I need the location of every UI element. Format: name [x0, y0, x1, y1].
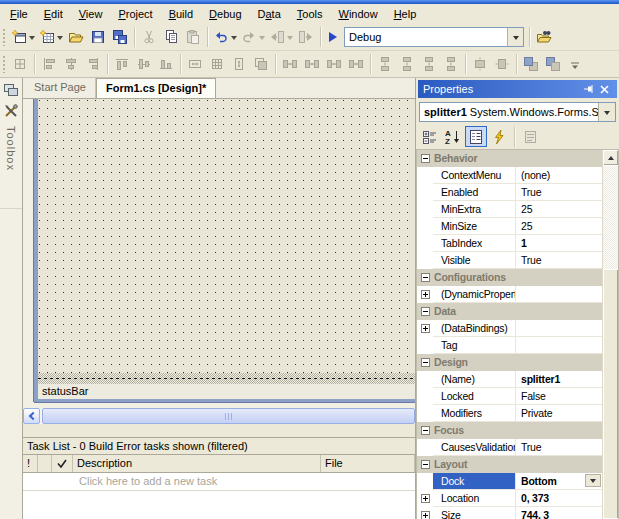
menu-edit[interactable]: Edit [36, 5, 71, 23]
menu-file[interactable]: File [2, 5, 36, 23]
category-behavior[interactable]: Behavior [417, 150, 602, 167]
align-bottoms-button[interactable] [155, 53, 177, 75]
make-same-width-button[interactable] [184, 53, 206, 75]
properties-view-button[interactable] [465, 126, 487, 147]
property-row-name[interactable]: (Name)splitter1 [417, 371, 602, 388]
designed-form[interactable]: statusBar [34, 99, 415, 402]
events-button[interactable] [488, 126, 510, 147]
category-configurations[interactable]: Configurations [417, 269, 602, 286]
center-horizontally-button[interactable] [469, 53, 491, 75]
increase-horizontal-spacing-button[interactable] [301, 53, 323, 75]
collapse-minus-icon[interactable] [417, 456, 433, 473]
categorized-button[interactable] [419, 126, 441, 147]
toolbar-grip[interactable] [2, 55, 6, 73]
property-row-location[interactable]: Location0, 373 [417, 490, 602, 507]
paste-button[interactable] [182, 26, 204, 48]
make-same-height-button[interactable] [228, 53, 250, 75]
align-to-grid-button[interactable] [9, 53, 31, 75]
redo-dropdown-arrow[interactable] [259, 36, 265, 43]
new-project-button[interactable] [9, 26, 37, 48]
category-design[interactable]: Design [417, 354, 602, 371]
expand-plus-icon[interactable] [421, 324, 430, 333]
property-row-tag[interactable]: Tag [417, 337, 602, 354]
category-layout[interactable]: Layout [417, 456, 602, 473]
tab-form1-design[interactable]: Form1.cs [Design]* [96, 78, 216, 98]
scrollbar-thumb[interactable] [42, 408, 415, 424]
scroll-left-button[interactable] [23, 408, 40, 424]
property-row-tabindex[interactable]: TabIndex1 [417, 235, 602, 252]
collapse-minus-icon[interactable] [417, 269, 433, 286]
make-horizontal-spacing-equal-button[interactable] [279, 53, 301, 75]
menu-data[interactable]: Data [250, 5, 289, 23]
object-selector-dropdown-button[interactable] [598, 103, 615, 121]
form-designer[interactable]: statusBar [23, 99, 415, 424]
add-new-task-row[interactable]: Click here to add a new task [23, 473, 415, 491]
undo-button[interactable] [211, 26, 239, 48]
expand-plus-icon[interactable] [421, 494, 430, 503]
statusbar-control[interactable]: statusBar [38, 384, 415, 399]
expand-plus-icon[interactable] [421, 511, 430, 519]
collapse-minus-icon[interactable] [417, 303, 433, 320]
scrollbar-track[interactable] [603, 166, 618, 269]
toolbox-tab-label[interactable]: Toolbox [5, 126, 17, 171]
property-row-dock[interactable]: DockBottom [417, 473, 602, 490]
make-vertical-spacing-equal-button[interactable] [374, 53, 396, 75]
navigate-backward-button[interactable] [267, 26, 295, 48]
save-all-button[interactable] [109, 26, 131, 48]
property-pages-button[interactable] [519, 126, 541, 147]
combo-dropdown-button[interactable] [507, 28, 523, 46]
copy-button[interactable] [160, 26, 182, 48]
align-centers-button[interactable] [60, 53, 82, 75]
align-tops-button[interactable] [111, 53, 133, 75]
solution-configurations-combo[interactable]: Debug [344, 27, 524, 47]
remove-horizontal-spacing-button[interactable] [345, 53, 367, 75]
align-lefts-button[interactable] [38, 53, 60, 75]
scrollbar-thumb[interactable] [603, 269, 618, 519]
remove-vertical-spacing-button[interactable] [440, 53, 462, 75]
center-vertically-button[interactable] [491, 53, 513, 75]
size-to-grid-button[interactable] [206, 53, 228, 75]
menu-tools[interactable]: Tools [289, 5, 331, 23]
expand-plus-icon[interactable] [421, 290, 430, 299]
navigate-forward-button[interactable] [295, 26, 317, 48]
new-project-dropdown-arrow[interactable] [29, 36, 35, 43]
dock-splitter[interactable] [23, 424, 415, 437]
designer-horizontal-scrollbar[interactable] [23, 408, 415, 424]
align-middles-button[interactable] [133, 53, 155, 75]
property-row-size[interactable]: Size744, 3 [417, 507, 602, 519]
align-rights-button[interactable] [82, 53, 104, 75]
make-same-size-button[interactable] [250, 53, 272, 75]
task-list-column-description[interactable]: Description [73, 455, 321, 472]
properties-titlebar[interactable]: Properties [418, 80, 617, 98]
open-file-button[interactable] [65, 26, 87, 48]
splitter1-control[interactable] [38, 373, 415, 384]
add-new-item-dropdown-arrow[interactable] [57, 36, 63, 43]
task-list-column-checked[interactable] [52, 455, 73, 472]
save-button[interactable] [87, 26, 109, 48]
property-row-contextmenu[interactable]: ContextMenu(none) [417, 167, 602, 184]
alphabetical-button[interactable]: AZ [442, 126, 464, 147]
collapse-minus-icon[interactable] [417, 354, 433, 371]
property-row-visible[interactable]: VisibleTrue [417, 252, 602, 269]
collapse-minus-icon[interactable] [417, 422, 433, 439]
menu-window[interactable]: Window [330, 5, 385, 23]
task-list-column-category[interactable] [38, 455, 52, 472]
menu-build[interactable]: Build [161, 5, 201, 23]
add-new-item-button[interactable] [37, 26, 65, 48]
property-row-causesvalidation[interactable]: CausesValidationTrue [417, 439, 602, 456]
category-focus[interactable]: Focus [417, 422, 602, 439]
server-explorer-tab[interactable] [0, 80, 22, 99]
category-data[interactable]: Data [417, 303, 602, 320]
task-list-column-file[interactable]: File [321, 455, 415, 472]
cut-button[interactable] [138, 26, 160, 48]
find-in-files-button[interactable] [533, 26, 555, 48]
tab-start-page[interactable]: Start Page [25, 78, 96, 98]
bring-to-front-button[interactable] [520, 53, 542, 75]
property-row-modifiers[interactable]: ModifiersPrivate [417, 405, 602, 422]
toolbar-options-button[interactable] [564, 53, 586, 75]
navigate-backward-dropdown-arrow[interactable] [287, 36, 293, 43]
increase-vertical-spacing-button[interactable] [396, 53, 418, 75]
toolbox-tab[interactable] [0, 101, 22, 120]
object-selector-combo[interactable]: splitter1 System.Windows.Forms.S [419, 102, 616, 122]
menu-debug[interactable]: Debug [201, 5, 249, 23]
